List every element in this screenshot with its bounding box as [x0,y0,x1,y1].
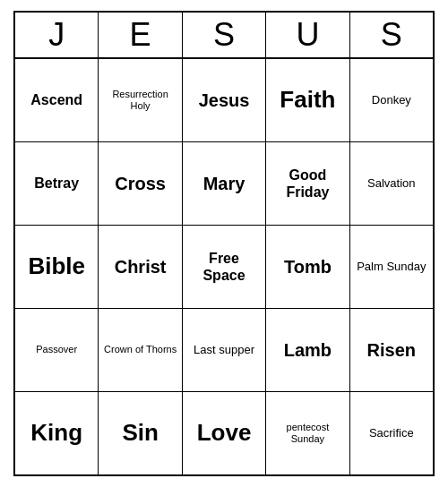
cell-2-2: Free Space [183,226,266,308]
cell-1-1: Cross [99,142,182,225]
grid-row-3: PassoverCrown of ThornsLast supperLambRi… [15,309,433,392]
header-letter-S-2: S [183,13,266,57]
cell-text-3-1: Crown of Thorns [104,344,177,355]
cell-0-1: Resurrection Holy [99,59,182,141]
grid-row-2: BibleChristFree SpaceTombPalm Sunday [15,226,433,309]
cell-3-2: Last supper [183,309,266,391]
cell-text-4-4: Sacrifice [369,426,414,440]
cell-4-1: Sin [99,392,182,474]
cell-text-2-0: Bible [28,252,85,280]
header-row: JESUS [15,13,433,59]
cell-2-0: Bible [15,226,99,308]
cell-2-4: Palm Sunday [350,226,433,308]
cell-4-0: King [15,392,99,474]
cell-3-0: Passover [15,309,99,391]
cell-text-0-0: Ascend [30,91,82,108]
cell-text-4-1: Sin [122,419,158,447]
cell-1-3: Good Friday [266,142,349,225]
cell-0-2: Jesus [183,59,266,141]
cell-text-3-2: Last supper [194,343,254,357]
grid-row-1: BetrayCrossMaryGood FridaySalvation [15,142,433,226]
cell-text-4-0: King [30,419,82,447]
cell-text-0-3: Faith [280,86,335,114]
cell-2-3: Tomb [266,226,349,308]
cell-text-1-1: Cross [115,173,166,194]
cell-4-4: Sacrifice [350,392,433,474]
cell-3-3: Lamb [266,309,349,391]
cell-text-1-4: Salvation [367,176,415,191]
cell-text-3-0: Passover [36,344,77,355]
bingo-card: JESUS AscendResurrection HolyJesusFaithD… [13,11,435,476]
cell-text-4-3: pentecost Sunday [270,422,345,445]
bingo-grid: AscendResurrection HolyJesusFaithDonkeyB… [15,59,433,474]
cell-0-4: Donkey [350,59,433,141]
cell-1-2: Mary [183,142,266,225]
cell-4-2: Love [183,392,266,474]
cell-text-0-4: Donkey [372,93,411,107]
cell-3-4: Risen [350,309,433,391]
cell-2-1: Christ [99,226,182,308]
cell-3-1: Crown of Thorns [99,309,182,391]
cell-text-2-2: Free Space [186,250,262,284]
cell-4-3: pentecost Sunday [266,392,349,474]
header-letter-U-3: U [266,13,349,57]
cell-text-3-3: Lamb [284,339,332,361]
header-letter-E-1: E [99,13,182,57]
grid-row-0: AscendResurrection HolyJesusFaithDonkey [15,59,433,142]
cell-1-4: Salvation [350,142,433,225]
cell-1-0: Betray [15,142,99,225]
cell-text-2-1: Christ [115,256,167,278]
cell-text-0-1: Resurrection Holy [102,89,177,112]
grid-row-4: KingSinLovepentecost SundaySacrifice [15,392,433,474]
cell-text-1-2: Mary [203,173,246,194]
cell-text-3-4: Risen [367,339,416,361]
cell-text-2-4: Palm Sunday [357,260,426,274]
header-letter-J-0: J [15,13,99,57]
cell-text-0-2: Jesus [199,90,250,111]
cell-0-3: Faith [266,59,349,141]
cell-0-0: Ascend [15,59,99,141]
header-letter-S-4: S [350,13,433,57]
cell-text-1-0: Betray [34,175,79,192]
cell-text-1-3: Good Friday [270,167,345,201]
cell-text-2-3: Tomb [284,256,332,278]
cell-text-4-2: Love [197,419,252,447]
